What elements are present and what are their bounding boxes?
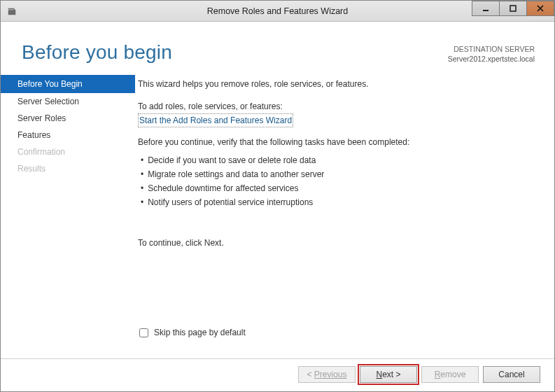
previous-button: < Previous xyxy=(298,366,356,383)
page-title: Before you begin xyxy=(22,41,448,64)
continue-text: To continue, click Next. xyxy=(138,237,535,249)
sidebar-item-server-roles[interactable]: Server Roles xyxy=(1,110,135,127)
svg-rect-0 xyxy=(483,10,489,11)
sidebar-item-confirmation: Confirmation xyxy=(1,144,135,160)
close-button[interactable] xyxy=(526,1,554,16)
sidebar-item-features[interactable]: Features xyxy=(1,127,135,144)
skip-page-row[interactable]: Skip this page by default xyxy=(138,326,535,339)
intro-text: This wizard helps you remove roles, role… xyxy=(138,78,535,90)
title-bar: Remove Roles and Features Wizard xyxy=(1,1,554,22)
sidebar-item-results: Results xyxy=(1,160,135,177)
sidebar-item-before-you-begin[interactable]: Before You Begin xyxy=(1,75,135,93)
svg-rect-1 xyxy=(510,6,516,11)
verify-text: Before you continue, verify that the fol… xyxy=(138,136,535,148)
skip-page-label: Skip this page by default xyxy=(154,326,246,339)
add-roles-label: To add roles, role services, or features… xyxy=(138,100,535,113)
maximize-button[interactable] xyxy=(499,1,527,16)
destination-name: Server2012.xpertstec.local xyxy=(448,54,535,64)
app-icon xyxy=(6,6,17,17)
next-button[interactable]: Next > xyxy=(360,366,417,383)
cancel-button[interactable]: Cancel xyxy=(483,366,540,383)
skip-page-checkbox[interactable] xyxy=(139,328,148,337)
add-roles-link[interactable]: Start the Add Roles and Features Wizard xyxy=(138,113,293,127)
wizard-sidebar: Before You Begin Server Selection Server… xyxy=(1,71,135,358)
destination-server-block: DESTINATION SERVER Server2012.xpertstec.… xyxy=(448,41,535,64)
wizard-content: This wizard helps you remove roles, role… xyxy=(135,71,554,358)
task-item: Schedule downtime for affected services xyxy=(141,182,535,195)
minimize-button[interactable] xyxy=(472,1,500,16)
sidebar-item-server-selection[interactable]: Server Selection xyxy=(1,93,135,110)
task-item: Migrate role settings and data to anothe… xyxy=(141,168,535,181)
destination-label: DESTINATION SERVER xyxy=(448,44,535,54)
task-list: Decide if you want to save or delete rol… xyxy=(138,154,535,209)
wizard-footer: < Previous Next > Remove Cancel xyxy=(1,358,554,391)
task-item: Notify users of potential service interr… xyxy=(141,196,535,209)
task-item: Decide if you want to save or delete rol… xyxy=(141,154,535,167)
remove-button: Remove xyxy=(421,366,479,383)
